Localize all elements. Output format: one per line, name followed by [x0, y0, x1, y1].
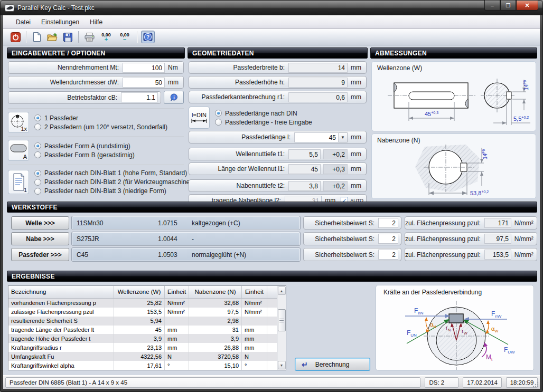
- table-cell: [165, 317, 189, 326]
- field-label: Sicherheitsbeiwert S:: [304, 219, 378, 227]
- field-label: Nabennuttiefe t2:: [189, 182, 288, 189]
- save-button[interactable]: [61, 31, 74, 43]
- radio-two-keys[interactable]: 2 Passfedern (um 120° versetzt, Sonderfa…: [34, 123, 167, 131]
- info-button[interactable]: i: [164, 91, 184, 104]
- field-label: Passfederlänge l:: [189, 133, 294, 141]
- scroll-down-icon[interactable]: ▼: [278, 361, 286, 369]
- tolerance-field: +0,2: [323, 149, 348, 159]
- field-label: zul. Flächenpressung pzul:: [405, 235, 484, 243]
- table-cell: Kraftangriffsradius r: [8, 343, 114, 352]
- new-file-button[interactable]: [30, 31, 44, 43]
- table-cell: N/mm²: [165, 299, 189, 308]
- radio-one-key[interactable]: 1 Passfeder: [34, 114, 167, 122]
- radio-din-sheet-2[interactable]: Passfeder nach DIN-Blatt 2 (für Werkzeug…: [34, 178, 195, 186]
- info-icon: i: [170, 93, 178, 101]
- geometry-row-width: Passfederbreite b: 14 mm: [189, 61, 367, 74]
- radio-din-sheet-1[interactable]: Passfeder nach DIN-Blatt 1 (hohe Form, S…: [34, 169, 195, 177]
- din-sheet-icon: 1: [8, 170, 29, 194]
- title-bar[interactable]: Parallel Key Calc - Test.pkc – ❐ ✕: [1, 1, 542, 15]
- table-cell: N/mm²: [242, 299, 267, 308]
- key-pressure-value: 153,5: [484, 250, 511, 260]
- minimize-button[interactable]: –: [484, 1, 500, 11]
- label-alpha-w: αW: [491, 326, 499, 333]
- toolbar-separator: [137, 31, 137, 43]
- table-cell: 3,9: [189, 334, 242, 343]
- table-cell: 153,5: [114, 308, 165, 317]
- window-title: Parallel Key Calc - Test.pkc: [17, 4, 95, 12]
- table-cell: °: [242, 361, 267, 370]
- radio-length-din[interactable]: Passfederlänge nach DIN: [215, 110, 312, 117]
- label-fun: FUN: [407, 329, 417, 338]
- hub-safety-input[interactable]: 2: [378, 234, 398, 244]
- table-cell: 3720,58: [189, 352, 242, 361]
- hub-groove-depth-field: 3,8: [288, 181, 321, 191]
- table-cell: [242, 317, 267, 326]
- main-area: EINGABEWERTE / OPTIONEN Nenndrehmoment M…: [3, 45, 540, 375]
- toolbar: 0,00 + 0,00 – ?: [3, 29, 540, 45]
- material-treatment: kaltgezogen (+C): [192, 219, 240, 227]
- radio-length-free[interactable]: Passfederlänge - freie Eingabe: [215, 119, 312, 126]
- forces-diagram: Kräfte an der Passfederverbindung: [376, 285, 534, 371]
- icon-caption: 1x: [21, 126, 27, 132]
- calculate-button[interactable]: ↵ Berechnung: [295, 358, 370, 371]
- dim-key-width: 14P9: [523, 80, 529, 90]
- scrollbar-thumb[interactable]: [278, 309, 286, 331]
- menu-hilfe[interactable]: Hilfe: [85, 16, 108, 28]
- service-factor-input[interactable]: 1.1: [121, 92, 158, 102]
- decimal-decrease-button[interactable]: 0,00 –: [116, 31, 133, 43]
- table-cell: 15,10: [189, 361, 242, 370]
- table-cell: mm: [165, 343, 189, 352]
- key-material-button[interactable]: Passfeder >>>: [11, 248, 69, 261]
- menu-einstellungen[interactable]: Einstellungen: [36, 16, 85, 28]
- help-button[interactable]: ?: [141, 31, 155, 43]
- status-text-value: Passfeder DIN 6885 (Blatt 1) - A 14 x 9 …: [10, 379, 127, 386]
- section-header-dimensions: ABMESSUNGEN: [370, 47, 537, 59]
- unit-label: mm: [348, 64, 363, 71]
- table-scrollbar[interactable]: ▲ ▼: [277, 286, 286, 370]
- close-button[interactable]: ✕: [516, 1, 538, 11]
- table-cell: N/mm²: [165, 308, 189, 317]
- radio-form-b[interactable]: Passfeder Form B (geradstirnig): [34, 151, 135, 159]
- radio-din-sheet-3[interactable]: Passfeder nach DIN-Blatt 3 (niedrige For…: [34, 187, 195, 195]
- hub-material-button[interactable]: Nabe >>>: [11, 232, 69, 245]
- hub-zone-label: Nabenzone (N): [377, 137, 420, 144]
- torque-input[interactable]: 100: [123, 63, 165, 73]
- table-cell: N: [165, 352, 189, 361]
- scroll-up-icon[interactable]: ▲: [278, 286, 286, 295]
- app-window: Parallel Key Calc - Test.pkc – ❐ ✕ Datei…: [0, 0, 543, 392]
- shaft-diameter-input[interactable]: 50: [123, 78, 165, 88]
- shaft-material-button[interactable]: Welle >>>: [11, 216, 69, 230]
- forces-drawing: FnN FnW FUN FUW αN αW: [376, 298, 533, 371]
- decimal-increase-button[interactable]: 0,00 +: [98, 31, 115, 43]
- exit-button[interactable]: [8, 31, 22, 43]
- key-safety-input[interactable]: 2: [378, 250, 398, 260]
- open-file-button[interactable]: [45, 31, 59, 43]
- table-row: tragende Länge der Passfeder lt 45 mm 31…: [8, 326, 277, 334]
- status-bar: Passfeder DIN 6885 (Blatt 1) - A 14 x 9 …: [3, 375, 540, 389]
- inputs-panel: Nenndrehmoment Mt: 100 Nm Wellendurchmes…: [7, 61, 185, 199]
- key-length-select-value[interactable]: 45: [294, 132, 339, 142]
- table-cell: 23,13: [114, 343, 165, 352]
- material-name: C45: [72, 251, 158, 259]
- menu-bar: Datei Einstellungen Hilfe: [3, 15, 540, 29]
- geometry-row-height: Passfederhöhe h: 9 mm: [189, 76, 367, 89]
- menu-datei[interactable]: Datei: [11, 16, 36, 28]
- print-button[interactable]: [82, 31, 96, 43]
- section-header-materials: WERKSTOFFE: [7, 202, 537, 213]
- key-chamfer-field: 0,6: [288, 92, 348, 102]
- geometry-panel: Passfederbreite b: 14 mm Passfederhöhe h…: [188, 61, 368, 199]
- status-text: Passfeder DIN 6885 (Blatt 1) - A 14 x 9 …: [5, 377, 420, 388]
- unit-label: mm: [348, 133, 363, 141]
- chevron-down-icon[interactable]: ▼: [339, 132, 348, 142]
- maximize-button[interactable]: ❐: [500, 1, 516, 11]
- resize-grip[interactable]: [532, 381, 539, 388]
- table-cell: 4322,56: [114, 352, 165, 361]
- section-title: GEOMETRIEDATEN: [192, 50, 254, 57]
- field-label: Sicherheitsbeiwert S:: [304, 235, 378, 243]
- radio-form-a[interactable]: Passfeder Form A (rundstirnig): [34, 142, 135, 150]
- radio-icon: [215, 119, 222, 126]
- shaft-material-field: 11SMn30 1.0715 kaltgezogen (+C): [72, 216, 300, 230]
- shaft-safety-input[interactable]: 2: [378, 218, 398, 228]
- table-row: resultierende Sicherheit S 5,94 2,98: [8, 317, 277, 326]
- table-cell: 3,9: [114, 334, 165, 343]
